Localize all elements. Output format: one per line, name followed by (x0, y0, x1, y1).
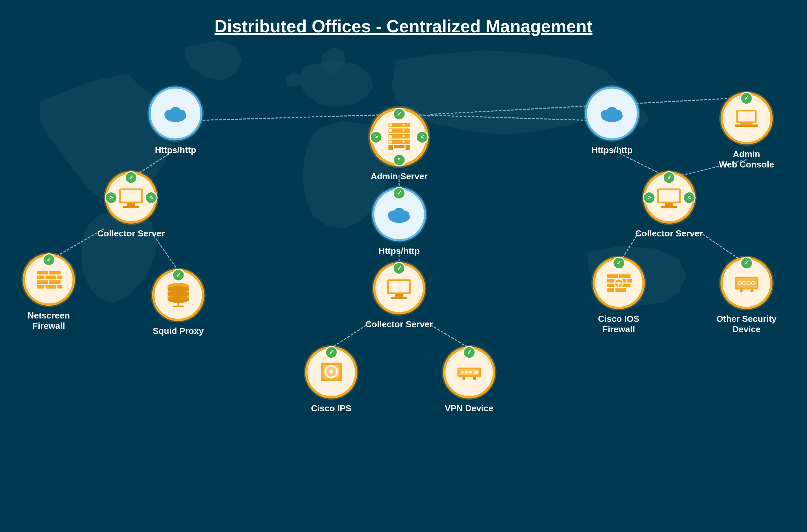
vpn-node: VPN Device (443, 346, 495, 414)
netscreen-node: Netscreen Firewall (23, 253, 75, 331)
svg-point-89 (469, 370, 472, 373)
svg-point-74 (168, 296, 189, 303)
svg-rect-60 (37, 276, 44, 279)
other-security-node: Other Security Device (716, 257, 776, 335)
svg-rect-20 (403, 130, 404, 131)
svg-rect-28 (388, 145, 393, 150)
collector-right-badge-right (683, 191, 696, 204)
admin-server-badge-right (416, 131, 429, 143)
admin-server-badge-top (393, 108, 405, 120)
cisco-ips-label: Cisco IPS (311, 403, 351, 414)
squid-node: Squid Proxy (152, 269, 205, 336)
collector-right-badge-top (663, 171, 675, 184)
https-left-node: Https/http (149, 87, 203, 155)
svg-rect-49 (123, 206, 139, 208)
collector-left-badge-top (125, 171, 137, 184)
admin-console-badge-top (740, 92, 753, 104)
cisco-ips-badge (325, 346, 338, 359)
admin-console-node: Admin Web Console (719, 92, 774, 170)
cisco-ios-badge (612, 256, 625, 269)
cisco-ios-label: Cisco IOS Firewall (598, 314, 639, 335)
svg-rect-19 (389, 129, 392, 132)
svg-rect-56 (665, 203, 673, 206)
svg-rect-61 (45, 276, 56, 279)
vpn-badge (463, 346, 476, 359)
svg-rect-90 (474, 370, 478, 374)
svg-rect-64 (49, 280, 60, 284)
netscreen-icon (35, 266, 62, 293)
svg-rect-66 (45, 285, 56, 288)
collector-center-label: Collector Server (365, 319, 433, 329)
collector-left-badge-right (145, 191, 158, 204)
https-right-icon (598, 100, 626, 127)
svg-rect-43 (738, 111, 755, 121)
admin-server-node: ^ Admin Server (370, 108, 429, 182)
svg-rect-93 (607, 274, 618, 278)
svg-rect-52 (395, 294, 403, 297)
svg-rect-92 (473, 377, 476, 379)
svg-point-87 (461, 370, 464, 373)
https-center-badge (393, 187, 405, 200)
collector-left-node: Collector Server (97, 171, 165, 239)
svg-rect-48 (127, 203, 135, 206)
svg-rect-101 (615, 288, 626, 292)
svg-rect-23 (403, 135, 404, 137)
other-security-label: Other Security Device (716, 314, 776, 335)
svg-rect-53 (391, 297, 407, 299)
netscreen-badge (42, 253, 55, 266)
cisco-ips-node: Cisco IPS (305, 346, 358, 414)
https-right-label: Https/http (592, 145, 633, 155)
svg-rect-27 (394, 145, 404, 148)
other-security-badge (740, 256, 753, 269)
svg-rect-94 (619, 274, 631, 278)
svg-rect-91 (462, 377, 465, 379)
svg-rect-67 (57, 285, 62, 288)
svg-point-41 (607, 107, 617, 116)
svg-point-103 (617, 282, 620, 285)
collector-right-label: Collector Server (635, 228, 703, 239)
https-center-label: Https/http (379, 246, 420, 256)
svg-rect-55 (659, 190, 679, 202)
collector-left-label: Collector Server (97, 228, 165, 239)
svg-rect-59 (49, 271, 60, 274)
collector-center-node: Collector Server (365, 262, 433, 329)
cisco-ips-icon (318, 359, 345, 386)
squid-label: Squid Proxy (153, 326, 204, 336)
collector-right-icon (656, 184, 683, 211)
svg-rect-26 (403, 141, 404, 142)
svg-rect-47 (121, 190, 141, 202)
https-left-icon (162, 100, 189, 127)
collector-center-badge (393, 262, 405, 275)
https-right-node: Https/http (585, 87, 639, 155)
svg-rect-25 (389, 140, 392, 143)
admin-server-badge-left (370, 131, 383, 143)
svg-rect-45 (735, 125, 758, 127)
collector-left-icon (118, 184, 145, 211)
svg-rect-17 (403, 124, 404, 126)
squid-icon (165, 282, 192, 308)
svg-rect-16 (389, 124, 392, 126)
collector-center-icon (386, 275, 412, 302)
svg-rect-58 (37, 271, 48, 274)
https-center-node: Https/http (372, 187, 426, 256)
admin-server-label: Admin Server (370, 171, 427, 182)
svg-point-37 (394, 208, 404, 217)
cisco-ios-icon (605, 270, 632, 297)
svg-rect-22 (389, 135, 392, 137)
collector-right-node: Collector Server (635, 171, 703, 239)
svg-point-80 (329, 369, 333, 374)
page-title: Distributed Offices - Centralized Manage… (214, 16, 593, 36)
admin-console-label: Admin Web Console (719, 149, 774, 170)
cisco-ios-node: Cisco IOS Firewall (593, 257, 645, 335)
vpn-label: VPN Device (445, 403, 494, 414)
collector-right-badge-left (643, 191, 656, 204)
https-left-label: Https/http (155, 145, 196, 155)
squid-badge (172, 269, 185, 282)
https-center-icon (386, 201, 412, 228)
svg-rect-44 (741, 123, 752, 125)
collector-left-badge-left (105, 191, 118, 204)
svg-rect-29 (405, 145, 410, 150)
svg-point-88 (465, 370, 468, 373)
svg-rect-51 (389, 281, 409, 292)
admin-server-badge-bottom: ^ (393, 154, 405, 167)
